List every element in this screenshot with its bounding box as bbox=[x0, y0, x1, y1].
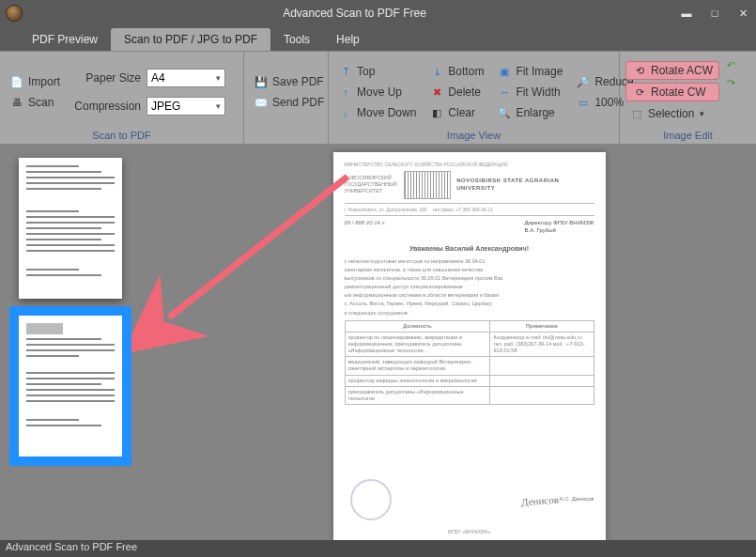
compression-dropdown[interactable]: JPEG ▾ bbox=[147, 97, 225, 116]
paper-size-label: Paper Size bbox=[68, 71, 141, 85]
enlarge-button[interactable]: 🔍Enlarge bbox=[493, 103, 566, 122]
redo-icon[interactable]: ↷ bbox=[723, 75, 738, 90]
delete-icon: ✖ bbox=[429, 85, 444, 100]
tab-scan-to-pdf[interactable]: Scan to PDF / JPG to PDF bbox=[111, 28, 270, 51]
app-icon bbox=[6, 5, 23, 22]
selection-button[interactable]: ⬚Selection▾ bbox=[625, 104, 719, 123]
arrow-up-icon: ↑ bbox=[338, 85, 353, 100]
university-logo bbox=[404, 171, 451, 199]
rotate-cw-button[interactable]: ⟳Rotate CW bbox=[625, 83, 719, 101]
doc-body: с началом подготовки магистров по направ… bbox=[345, 258, 594, 317]
zoom-out-icon: 🔎 bbox=[576, 74, 591, 89]
scan-label: Scan bbox=[28, 96, 54, 109]
arrow-top-icon: ⤒ bbox=[338, 64, 353, 79]
send-icon: ✉️ bbox=[254, 95, 269, 110]
thumbnail-1[interactable] bbox=[19, 158, 122, 299]
chevron-down-icon: ▾ bbox=[216, 73, 221, 83]
doc-footer: ФГБУ «ВНИИЗЖ» bbox=[333, 529, 606, 535]
fit-width-button[interactable]: ↔Fit Width bbox=[493, 83, 566, 101]
zoom-in-icon: 🔍 bbox=[497, 105, 512, 120]
selection-icon: ⬚ bbox=[629, 106, 644, 121]
eraser-icon: ◧ bbox=[429, 105, 444, 120]
paper-size-value: A4 bbox=[151, 71, 165, 85]
app-title: Advanced Scan to PDF Free bbox=[30, 7, 679, 20]
stamp-icon bbox=[350, 479, 392, 520]
doc-date: 09 / 868 20 14 г. bbox=[345, 220, 387, 235]
send-pdf-label: Send PDF bbox=[272, 96, 324, 109]
rotate-cw-icon: ⟳ bbox=[632, 85, 647, 100]
move-down-button[interactable]: ↓Move Down bbox=[334, 103, 420, 122]
zoom-100-icon: ▭ bbox=[576, 95, 591, 110]
close-button[interactable]: ✕ bbox=[735, 8, 750, 20]
save-pdf-label: Save PDF bbox=[272, 75, 324, 88]
delete-button[interactable]: ✖Delete bbox=[425, 83, 487, 101]
import-button[interactable]: 📄 Import bbox=[6, 72, 64, 91]
arrow-bottom-icon: ⤓ bbox=[429, 64, 444, 79]
statusbar: Advanced Scan to PDF Free bbox=[0, 540, 756, 557]
preview-document[interactable]: МИНИСТЕРСТВО СЕЛЬСКОГО ХОЗЯЙСТВА РОССИЙС… bbox=[333, 152, 606, 541]
scan-button[interactable]: 🖶 Scan bbox=[6, 93, 64, 112]
thumbnail-2[interactable] bbox=[19, 316, 122, 456]
undo-icon[interactable]: ↶ bbox=[723, 57, 738, 72]
send-pdf-button[interactable]: ✉️ Send PDF bbox=[250, 93, 328, 112]
arrow-down-icon: ↓ bbox=[338, 105, 353, 120]
chevron-down-icon: ▾ bbox=[216, 101, 221, 111]
top-button[interactable]: ⤒Top bbox=[334, 62, 420, 81]
signatory-name: А.С. Денисов bbox=[560, 496, 594, 503]
move-up-button[interactable]: ↑Move Up bbox=[334, 83, 420, 101]
fit-width-icon: ↔ bbox=[497, 85, 512, 100]
rotate-acw-button[interactable]: ⟲Rotate ACW bbox=[625, 61, 719, 80]
paper-size-dropdown[interactable]: A4 ▾ bbox=[147, 69, 225, 87]
doc-uni-name: NOVOSIBIRSK STATE AGRARIAN UNIVERSITY bbox=[456, 178, 594, 193]
compression-label: Compression bbox=[68, 100, 141, 113]
fit-image-button[interactable]: ▣Fit Image bbox=[493, 62, 566, 81]
doc-ministry: МИНИСТЕРСТВО СЕЛЬСКОГО ХОЗЯЙСТВА РОССИЙС… bbox=[345, 162, 594, 168]
group-label-imageview: Image View bbox=[334, 129, 613, 142]
signature: Денисов bbox=[520, 492, 559, 508]
doc-addressee2: В.А. Грубый bbox=[525, 227, 594, 235]
tab-help[interactable]: Help bbox=[323, 28, 373, 51]
rotate-acw-icon: ⟲ bbox=[632, 63, 647, 78]
titlebar: Advanced Scan to PDF Free ▬ □ ✕ bbox=[0, 0, 756, 26]
compression-value: JPEG bbox=[151, 100, 180, 113]
doc-salutation: Уважаемы Василий Александрович! bbox=[345, 244, 594, 253]
preview-panel: МИНИСТЕРСТВО СЕЛЬСКОГО ХОЗЯЙСТВА РОССИЙС… bbox=[182, 145, 756, 540]
thumbnail-panel bbox=[0, 145, 182, 540]
scan-icon: 🖶 bbox=[9, 95, 24, 110]
workspace: МИНИСТЕРСТВО СЕЛЬСКОГО ХОЗЯЙСТВА РОССИЙС… bbox=[0, 145, 756, 540]
doc-addressee1: Директору ФГБУ ВНИИЗЖ bbox=[525, 220, 594, 227]
maximize-button[interactable]: □ bbox=[707, 8, 722, 20]
status-text: Advanced Scan to PDF Free bbox=[6, 541, 137, 552]
clear-button[interactable]: ◧Clear bbox=[425, 103, 487, 122]
save-icon: 💾 bbox=[254, 74, 269, 89]
fit-image-icon: ▣ bbox=[497, 64, 512, 79]
import-label: Import bbox=[28, 75, 60, 88]
save-pdf-button[interactable]: 💾 Save PDF bbox=[250, 72, 328, 91]
chevron-down-icon: ▾ bbox=[700, 109, 704, 118]
ribbon: 📄 Import 🖶 Scan Paper Size A4 ▾ Co bbox=[0, 51, 756, 145]
tab-pdf-preview[interactable]: PDF Preview bbox=[19, 28, 111, 51]
bottom-button[interactable]: ⤓Bottom bbox=[425, 62, 487, 81]
tab-tools[interactable]: Tools bbox=[270, 28, 323, 51]
minimize-button[interactable]: ▬ bbox=[679, 8, 694, 20]
import-icon: 📄 bbox=[9, 74, 24, 89]
doc-table: ДолжностьПримечание проректор по лицензи… bbox=[345, 320, 594, 405]
group-label-scan: Scan to PDF bbox=[6, 129, 238, 142]
menu-tabs: PDF Preview Scan to PDF / JPG to PDF Too… bbox=[0, 26, 756, 51]
group-label-imageedit: Image Edit bbox=[625, 129, 750, 142]
